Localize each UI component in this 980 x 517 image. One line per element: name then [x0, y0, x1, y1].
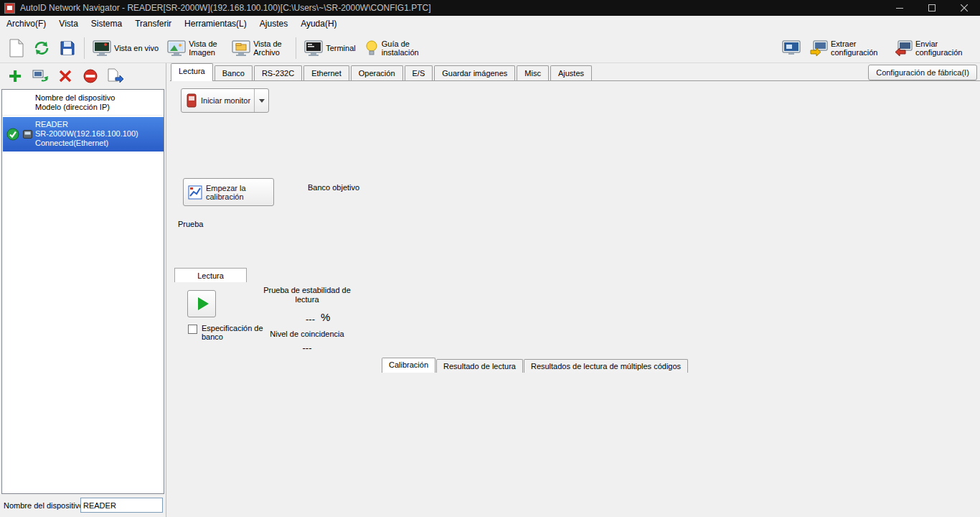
add-device-button[interactable]	[6, 67, 24, 85]
new-file-button[interactable]	[5, 35, 28, 61]
tab-misc[interactable]: Misc	[517, 65, 549, 81]
app-icon	[4, 3, 15, 14]
image-display-button[interactable]	[778, 35, 804, 61]
tab-resultados-multiples[interactable]: Resultados de lectura de múltiples códig…	[524, 359, 688, 373]
device-status: Connected(Ethernet)	[35, 139, 108, 147]
no-entry-icon	[83, 69, 98, 83]
toolbar: Vista en vivo Vista de Imagen Vista de A…	[0, 33, 980, 63]
percent-sign: %	[321, 311, 330, 323]
extract-config-button[interactable]: Extraer configuración	[806, 35, 889, 61]
close-button[interactable]	[948, 0, 980, 16]
start-calibration-button[interactable]: Empezar la calibración	[183, 178, 274, 206]
tab-guardar-imagenes[interactable]: Guardar imágenes	[434, 65, 515, 81]
extract-config-label: Extraer configuración	[831, 39, 885, 57]
export-icon	[107, 68, 124, 84]
tab-resultado-lectura[interactable]: Resultado de lectura	[436, 359, 523, 373]
tab-ajustes[interactable]: Ajustes	[550, 65, 592, 81]
install-guide-button[interactable]: Guía de instalación	[361, 35, 427, 61]
bank-spec-checkbox[interactable]	[188, 325, 197, 334]
start-monitor-label: Iniciar monitor	[201, 96, 250, 105]
update-device-button[interactable]	[31, 67, 50, 85]
run-test-button[interactable]	[187, 290, 216, 317]
stability-test-label: Prueba de estabilidad de lectura	[263, 286, 351, 304]
file-view-label: Vista de Archivo	[253, 39, 288, 57]
image-display-icon	[782, 39, 801, 57]
file-view-icon	[232, 39, 250, 57]
terminal-button[interactable]: Terminal	[301, 35, 359, 61]
start-monitor-button[interactable]: Iniciar monitor	[181, 88, 269, 113]
image-view-icon	[167, 39, 186, 57]
device-name-input[interactable]	[80, 498, 163, 513]
device-list-item[interactable]: READER SR-2000W(192.168.100.100) Connect…	[3, 117, 164, 152]
tab-banco[interactable]: Banco	[215, 65, 253, 81]
device-name: READER	[35, 120, 68, 129]
test-tab-lectura[interactable]: Lectura	[174, 268, 247, 282]
device-name-footer-label: Nombre del dispositivo	[4, 501, 83, 510]
menu-sistema[interactable]: Sistema	[85, 16, 128, 33]
new-file-icon	[9, 39, 24, 57]
test-group-title: Prueba	[176, 220, 205, 228]
menu-archivo[interactable]: Archivo(F)	[0, 16, 52, 33]
terminal-label: Terminal	[326, 44, 356, 52]
main-tab-bar: Lectura Banco RS-232C Ethernet Operación…	[171, 63, 593, 81]
live-view-label: Vista en vivo	[114, 44, 159, 52]
toolbar-separator	[84, 37, 85, 59]
device-list-header-line1: Nombre del dispositivo	[35, 93, 161, 103]
delete-device-button[interactable]	[56, 67, 75, 85]
menu-vista[interactable]: Vista	[52, 16, 84, 33]
device-sync-icon	[32, 67, 49, 85]
refresh-settings-button[interactable]	[29, 35, 54, 61]
reader-device-icon	[23, 130, 32, 139]
send-config-label: Enviar configuración	[915, 39, 970, 57]
minimize-button[interactable]	[883, 0, 915, 16]
tab-operacion[interactable]: Operación	[351, 65, 403, 81]
device-model: SR-2000W(192.168.100.100)	[35, 129, 138, 138]
toolbar-separator	[296, 37, 296, 59]
live-view-button[interactable]: Vista en vivo	[89, 35, 162, 61]
device-list-header: Nombre del dispositivo Modelo (dirección…	[2, 90, 164, 116]
app-window: { "titlebar": { "title": "AutoID Network…	[0, 0, 980, 517]
window-title: AutoID Network Navigator - READER[SR-200…	[20, 3, 431, 13]
plus-icon	[8, 69, 22, 83]
send-config-icon	[894, 39, 913, 57]
tab-ethernet[interactable]: Ethernet	[303, 65, 349, 81]
calibration-chart-icon	[188, 185, 202, 200]
save-icon	[59, 39, 76, 57]
chevron-down-icon	[259, 99, 265, 103]
menu-transferir[interactable]: Transferir	[128, 16, 178, 33]
monitor-device-icon	[185, 93, 198, 108]
file-view-button[interactable]: Vista de Archivo	[228, 35, 291, 61]
result-tab-bar: Calibración Resultado de lectura Resulta…	[382, 358, 689, 373]
image-view-label: Vista de Imagen	[189, 39, 223, 57]
titlebar: AutoID Network Navigator - READER[SR-200…	[0, 0, 980, 16]
menubar: Archivo(F) Vista Sistema Transferir Herr…	[0, 16, 980, 33]
menu-herramientas[interactable]: Herramientas(L)	[178, 16, 253, 33]
factory-config-button[interactable]: Configuración de fábrica(I)	[868, 65, 977, 80]
maximize-button[interactable]	[915, 0, 948, 16]
connected-check-icon	[6, 128, 19, 141]
play-icon	[198, 297, 209, 310]
tab-es[interactable]: E/S	[405, 65, 433, 81]
install-guide-label: Guía de instalación	[382, 39, 423, 57]
refresh-icon	[33, 39, 50, 57]
bulb-icon	[364, 39, 379, 57]
start-monitor-dropdown[interactable]	[254, 89, 268, 112]
match-level-label: Nivel de coincidencia	[263, 330, 351, 338]
tab-rs232c[interactable]: RS-232C	[254, 65, 302, 81]
export-report-button[interactable]	[106, 67, 125, 85]
terminal-icon	[304, 39, 323, 57]
menu-ayuda[interactable]: Ayuda(H)	[294, 16, 343, 33]
match-value: ---	[282, 314, 315, 325]
menu-ajustes[interactable]: Ajustes	[253, 16, 294, 33]
send-config-button[interactable]: Enviar configuración	[890, 35, 974, 61]
disconnect-device-button[interactable]	[81, 67, 100, 85]
device-list: Nombre del dispositivo Modelo (dirección…	[1, 89, 164, 494]
save-button[interactable]	[55, 35, 80, 61]
image-view-button[interactable]: Vista de Imagen	[164, 35, 227, 61]
tab-calibracion[interactable]: Calibración	[382, 358, 435, 373]
device-list-header-line2: Modelo (dirección IP)	[35, 103, 161, 112]
tab-lectura[interactable]: Lectura	[171, 63, 213, 81]
start-calibration-label: Empezar la calibración	[206, 184, 265, 201]
extract-config-icon	[809, 39, 828, 57]
panel-splitter[interactable]	[166, 63, 166, 517]
